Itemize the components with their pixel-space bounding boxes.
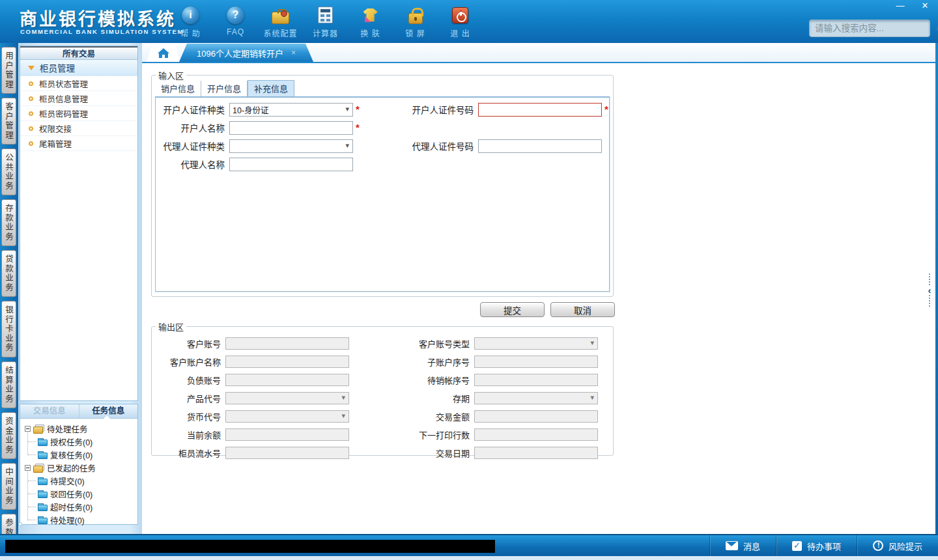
- agent-id-number-input[interactable]: [479, 140, 601, 152]
- item-authority-handover[interactable]: 权限交接: [20, 121, 137, 136]
- tree-node-timeout-tasks[interactable]: 超时任务(0): [25, 500, 137, 513]
- module-rail: 用户管理 客户管理 公共业务 存款业务 贷款业务 银行卡业务 结算业务 资金业务…: [0, 43, 18, 534]
- tab-home[interactable]: [147, 44, 180, 62]
- rail-tab-bankcard-biz[interactable]: 银行卡业务: [1, 301, 16, 357]
- agent-name-field: [229, 158, 353, 171]
- tree-node-pending-tasks[interactable]: 待处理任务: [25, 422, 137, 435]
- rail-tab-loan-biz[interactable]: 贷款业务: [1, 250, 16, 297]
- resize-knob[interactable]: [18, 522, 22, 526]
- agent-id-type-select[interactable]: [229, 139, 353, 153]
- minimize-button[interactable]: —: [892, 1, 908, 12]
- tree-node-authorize-tasks[interactable]: 授权任务(0): [25, 435, 137, 448]
- item-teller-info-mgmt[interactable]: 柜员信息管理: [20, 91, 137, 106]
- messages-button[interactable]: 消息: [709, 535, 776, 556]
- cancel-button[interactable]: 取消: [550, 302, 615, 317]
- tab-close-account-info[interactable]: 销户信息: [155, 81, 201, 96]
- opener-name-input[interactable]: [230, 122, 352, 134]
- rail-tab-funds-biz[interactable]: 资金业务: [1, 412, 16, 459]
- deposit-term-select: [474, 392, 598, 404]
- customer-account-label: 客户账号: [152, 337, 225, 350]
- faq-label: FAQ: [227, 27, 244, 36]
- document-tabstrip: 1096个人定期销转开户 ×: [142, 43, 935, 63]
- search-input[interactable]: [810, 23, 935, 33]
- help-icon: i: [180, 5, 201, 25]
- tree-node-rejected-tasks[interactable]: 驳回任务(0): [25, 487, 137, 500]
- input-inner-tabs: 销户信息 开户信息 补充信息: [155, 83, 613, 96]
- tree-node-review-tasks[interactable]: 复核任务(0): [25, 448, 137, 461]
- output-zone-legend: 输出区: [156, 320, 186, 333]
- collapse-icon[interactable]: [25, 426, 31, 432]
- tab-supplementary-info[interactable]: 补充信息: [248, 80, 294, 96]
- panel-collapse-handle[interactable]: ‹: [926, 273, 933, 311]
- rail-tab-user-mgmt[interactable]: 用户管理: [1, 47, 16, 94]
- tab-1096-account-opening[interactable]: 1096个人定期销转开户 ×: [179, 44, 313, 62]
- output-row: 客户账号 客户账号类型: [152, 334, 613, 352]
- search-box: [809, 20, 930, 37]
- tab-open-account-info[interactable]: 开户信息: [201, 81, 248, 96]
- rail-tab-intermediate-biz[interactable]: 中间业务: [1, 463, 16, 510]
- calculator-label: 计算器: [313, 27, 338, 38]
- folder-icon: [38, 477, 47, 484]
- app-subtitle: COMMERCIAL BANK SIMULATION SYSTEM: [20, 28, 184, 35]
- collapse-icon[interactable]: [25, 465, 31, 471]
- lock-screen-button[interactable]: 锁 屏: [393, 5, 438, 41]
- opener-id-type-select[interactable]: 10-身份证: [229, 103, 353, 117]
- todo-button[interactable]: 待办事项: [776, 535, 857, 556]
- status-bar: 消息 待办事项 风险提示: [0, 534, 938, 556]
- item-cashbox-mgmt[interactable]: 尾箱管理: [20, 136, 137, 151]
- exit-button[interactable]: 退 出: [438, 5, 483, 41]
- pending-close-seq-label: 待销帐序号: [349, 374, 474, 386]
- risk-alert-button[interactable]: 风险提示: [857, 535, 938, 556]
- status-items: 消息 待办事项 风险提示: [709, 535, 938, 556]
- group-teller-mgmt[interactable]: 柜员管理: [20, 60, 137, 76]
- customer-account-name-label: 客户账户名称: [152, 356, 225, 368]
- input-zone-legend: 输入区: [156, 69, 186, 81]
- close-button[interactable]: ✕: [917, 1, 933, 12]
- lock-screen-label: 锁 屏: [405, 27, 425, 38]
- rail-tab-customer-mgmt[interactable]: 客户管理: [1, 98, 16, 145]
- rail-tab-deposit-biz[interactable]: 存款业务: [1, 199, 16, 246]
- main-area: 1096个人定期销转开户 × 输入区 销户信息 开户信息 补充信息 开户人证件种…: [142, 43, 935, 534]
- form-buttons: 提交 取消: [480, 302, 615, 317]
- bullet-icon: [29, 111, 33, 116]
- supplementary-info-panel: 开户人证件种类 10-身份证 * 开户人证件号码 * 开户人名称 *: [155, 96, 610, 292]
- agent-id-number-field: [478, 139, 602, 153]
- left-column: 所有交易 柜员管理 柜员状态管理 柜员信息管理 柜员密码管理 权限交接 尾箱管理…: [18, 43, 142, 534]
- required-mark: *: [604, 106, 608, 113]
- agent-id-type-label: 代理人证件种类: [156, 139, 229, 152]
- tree-node-initiated-tasks[interactable]: 已发起的任务: [25, 461, 137, 474]
- redacted-status-text: [5, 540, 495, 553]
- output-zone: 输出区 客户账号 客户账号类型 客户账户名称 子账户序号 负债账号 待销帐序号 …: [151, 320, 614, 456]
- toolbar: i 帮 助 ? FAQ 系统配置 计算器 换 肤 锁 屏 退 出: [168, 5, 483, 41]
- help-label: 帮 助: [180, 27, 200, 38]
- window-frame-bottom: [0, 556, 938, 560]
- opener-id-type-label: 开户人证件种类: [156, 103, 229, 116]
- agent-name-input[interactable]: [230, 158, 352, 171]
- bullet-icon: [29, 126, 33, 131]
- next-print-line-output: [474, 428, 598, 441]
- submit-button[interactable]: 提交: [480, 302, 545, 317]
- rail-tab-public-biz[interactable]: 公共业务: [1, 148, 16, 195]
- task-panel: 交易信息 任务信息 待处理任务 授权任务(0) 复核任务(0): [20, 404, 138, 525]
- tab-close-icon[interactable]: ×: [291, 48, 296, 57]
- item-teller-password-mgmt[interactable]: 柜员密码管理: [20, 106, 137, 121]
- item-teller-status-mgmt[interactable]: 柜员状态管理: [20, 76, 137, 91]
- teller-serial-label: 柜员流水号: [152, 447, 225, 459]
- opener-id-number-input[interactable]: [479, 104, 601, 116]
- exclamation-icon: [873, 540, 883, 551]
- bullet-icon: [29, 96, 33, 101]
- help-button[interactable]: i 帮 助: [168, 5, 213, 41]
- checkbox-icon: [792, 541, 802, 551]
- rail-tab-settlement-biz[interactable]: 结算业务: [1, 361, 16, 408]
- customer-account-name-output: [225, 356, 349, 368]
- change-skin-button[interactable]: 换 肤: [348, 5, 393, 41]
- tree-node-to-process[interactable]: 待处理(0): [25, 513, 137, 526]
- folder-icon: [33, 425, 44, 432]
- tab-transaction-info[interactable]: 交易信息: [20, 404, 79, 418]
- tree-node-to-submit[interactable]: 待提交(0): [25, 474, 137, 487]
- calculator-button[interactable]: 计算器: [303, 5, 348, 41]
- system-config-button[interactable]: 系统配置: [258, 5, 303, 41]
- task-tree: 待处理任务 授权任务(0) 复核任务(0) 已发起的任务: [20, 419, 137, 526]
- current-balance-output: [225, 428, 349, 441]
- faq-button[interactable]: ? FAQ: [213, 5, 258, 41]
